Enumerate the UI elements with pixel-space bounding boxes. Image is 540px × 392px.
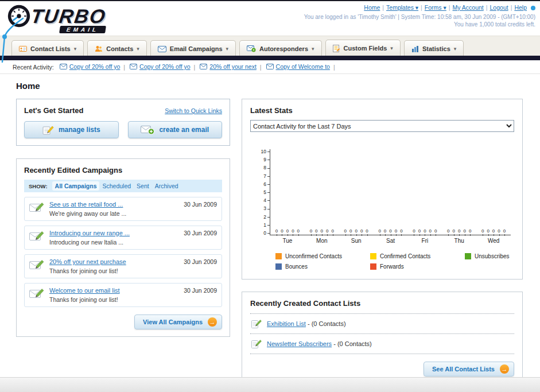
campaign-item[interactable]: Introducing our new range ...Introducing… bbox=[24, 226, 222, 250]
tab-label: Autoresponders bbox=[259, 45, 308, 52]
contacts-icon bbox=[95, 45, 103, 52]
filter-all-campaigns[interactable]: All Campaigns bbox=[52, 181, 100, 191]
recent-activity-item[interactable]: Copy of 20% off yo bbox=[60, 63, 121, 70]
campaign-item[interactable]: Welcome to our email listThanks for join… bbox=[24, 283, 222, 307]
campaign-title-link[interactable]: Welcome to our email list bbox=[49, 287, 179, 294]
envelope-icon bbox=[130, 64, 137, 69]
tab-contacts[interactable]: Contacts▾ bbox=[87, 40, 147, 57]
nav-link-help[interactable]: Help bbox=[514, 4, 527, 11]
bar-value-label: 0 bbox=[344, 229, 347, 234]
tab-statistics[interactable]: Statistics▾ bbox=[404, 40, 464, 57]
view-all-campaigns-button[interactable]: View All Campaigns bbox=[134, 315, 222, 329]
contact-lists-panel: Recently Created Contact Lists Exhibitio… bbox=[242, 292, 523, 385]
bar-value-label: 0 bbox=[498, 229, 500, 234]
manage-lists-button[interactable]: manage lists bbox=[24, 121, 119, 138]
chevron-down-icon: ▾ bbox=[74, 46, 77, 52]
switch-quick-links-link[interactable]: Switch to Quick Links bbox=[165, 107, 222, 114]
legend-item-forwards: Forwards bbox=[370, 263, 465, 270]
legend-swatch bbox=[370, 253, 376, 259]
chart-group-sun: 00000 bbox=[339, 149, 374, 235]
bar-value-label: 0 bbox=[310, 229, 312, 234]
contact-list-count: - (0 Contacts) bbox=[333, 340, 372, 347]
recent-activity-link[interactable]: Copy of 20% off yo bbox=[69, 63, 121, 70]
bar-value-label: 0 bbox=[458, 229, 460, 234]
chevron-down-icon: ▾ bbox=[454, 46, 457, 52]
see-all-contact-lists-button[interactable]: See All Contact Lists bbox=[424, 362, 514, 377]
nav-link-home[interactable]: Home bbox=[364, 4, 380, 11]
contact-list-item[interactable]: Exhibition List - (0 Contacts) bbox=[250, 313, 514, 333]
nav-link-templates[interactable]: Templates ▾ bbox=[386, 4, 418, 11]
contact-list-link[interactable]: Newsletter Subscribers bbox=[267, 340, 332, 347]
contact-lists: Exhibition List - (0 Contacts)Newsletter… bbox=[250, 313, 514, 354]
bar-value-label: 0 bbox=[429, 229, 432, 234]
tab-label: Statistics bbox=[422, 45, 450, 52]
recent-activity-bar: Recent Activity: Copy of 20% off yo|Copy… bbox=[0, 60, 540, 74]
main-nav: Contact Lists▾Contacts▾Email Campaigns▾A… bbox=[0, 36, 540, 56]
recent-activity-link[interactable]: Copy of Welcome to bbox=[276, 63, 330, 70]
credits-info: You have 1,000 total credits left. bbox=[304, 21, 535, 28]
tab-autoresponders[interactable]: Autoresponders▾ bbox=[239, 40, 322, 57]
recent-activity-item[interactable]: Copy of 20% off yo bbox=[130, 63, 191, 70]
create-an-email-button[interactable]: create an email bbox=[128, 121, 223, 138]
nav-link-logout[interactable]: Logout bbox=[490, 4, 508, 11]
envelope-icon bbox=[266, 64, 274, 69]
campaign-item[interactable]: 20% off your next purchaseThanks for joi… bbox=[24, 254, 222, 278]
contact-list-item[interactable]: Newsletter Subscribers - (0 Contacts) bbox=[250, 333, 514, 354]
nav-link-my-account[interactable]: My Account bbox=[453, 4, 484, 11]
campaign-item[interactable]: See us at the retail food ...We're givin… bbox=[24, 197, 222, 221]
activity-separator: | bbox=[123, 64, 125, 71]
email-campaigns-icon bbox=[158, 46, 166, 52]
legend-label: Unsubscribes bbox=[475, 253, 510, 259]
tab-label: Email Campaigns bbox=[170, 45, 223, 52]
stats-period-select[interactable]: Contact Activity for the Last 7 Days bbox=[250, 120, 514, 132]
legend-item-confirmed-contacts: Confirmed Contacts bbox=[370, 253, 465, 259]
recent-activity-link[interactable]: Copy of 20% off yo bbox=[139, 63, 191, 70]
nav-link-forms[interactable]: Forms ▾ bbox=[425, 4, 446, 11]
campaign-date: 30 Jun 2009 bbox=[184, 258, 217, 265]
blue-dot-icon bbox=[531, 6, 535, 10]
y-tick-label: 9 bbox=[263, 157, 270, 162]
stats-panel: Latest Stats Contact Activity for the La… bbox=[242, 99, 523, 280]
campaign-subtitle: Thanks for joining our list! bbox=[49, 267, 179, 274]
filter-sent[interactable]: Sent bbox=[134, 181, 152, 191]
bar-value-label: 0 bbox=[355, 229, 357, 234]
see-all-row: See All Contact Lists bbox=[250, 362, 514, 377]
bar-value-label: 0 bbox=[292, 229, 294, 234]
tab-email-campaigns[interactable]: Email Campaigns▾ bbox=[150, 40, 236, 57]
nav-separator: | bbox=[421, 4, 422, 11]
bar-value-label: 0 bbox=[275, 229, 278, 234]
legend-swatch bbox=[275, 263, 282, 270]
edit-campaign-icon bbox=[29, 288, 44, 301]
campaign-title-link[interactable]: 20% off your next purchase bbox=[49, 258, 179, 265]
see-all-contact-lists-label: See All Contact Lists bbox=[432, 366, 495, 372]
tab-custom-fields[interactable]: Custom Fields▾ bbox=[325, 40, 401, 56]
logo-turbo-text: TURBO bbox=[29, 5, 107, 28]
nav-divider-bar bbox=[0, 56, 540, 60]
chart-legend: Unconfirmed ContactsConfirmed ContactsUn… bbox=[275, 253, 511, 270]
filter-archived[interactable]: Archived bbox=[152, 181, 181, 191]
campaign-title-link[interactable]: Introducing our new range ... bbox=[49, 230, 179, 236]
filter-scheduled[interactable]: Scheduled bbox=[99, 181, 134, 191]
get-started-buttons: manage listscreate an email bbox=[24, 121, 222, 138]
y-tick-label: 10 bbox=[261, 149, 270, 154]
contact-list-link[interactable]: Exhibition List bbox=[267, 320, 306, 327]
bar-value-label: 0 bbox=[389, 229, 391, 234]
bar-value-label: 0 bbox=[395, 229, 397, 234]
y-tick-label: 4 bbox=[263, 198, 270, 203]
chart-plot-area: 00000000000000000000000000000000000 bbox=[270, 149, 511, 235]
recent-activity-item[interactable]: Copy of Welcome to bbox=[266, 63, 330, 70]
tab-contact-lists[interactable]: Contact Lists▾ bbox=[11, 40, 84, 57]
campaign-title-link[interactable]: See us at the retail food ... bbox=[49, 201, 179, 208]
legend-item-unconfirmed-contacts: Unconfirmed Contacts bbox=[275, 253, 370, 259]
activity-separator: | bbox=[260, 64, 262, 71]
recent-activity-label: Recent Activity: bbox=[13, 64, 54, 71]
button-label: create an email bbox=[159, 126, 209, 134]
recent-activity-item[interactable]: 20% off your next bbox=[200, 63, 257, 70]
campaign-subtitle: We're giving away our late ... bbox=[49, 210, 179, 217]
chevron-down-icon: ▾ bbox=[226, 46, 229, 52]
bar-value-label: 0 bbox=[349, 229, 352, 234]
edit-campaign-icon bbox=[29, 231, 44, 243]
x-tick-label: Fri bbox=[407, 238, 442, 244]
login-info: You are logged in as 'Timothy Smith' | S… bbox=[304, 14, 535, 20]
recent-activity-link[interactable]: 20% off your next bbox=[209, 63, 257, 70]
